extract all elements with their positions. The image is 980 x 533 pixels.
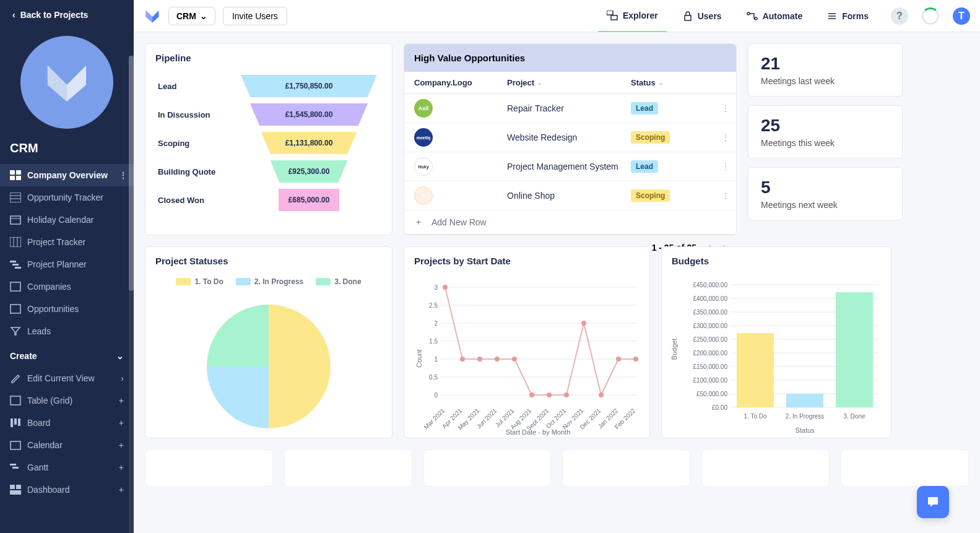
company-logo: ✦ <box>414 186 433 205</box>
more-icon[interactable]: ⋮ <box>119 170 128 180</box>
create-edit-current-view[interactable]: Edit Current View › <box>0 367 134 389</box>
chevron-down-icon: ⌄ <box>200 11 207 21</box>
funnel-bar: £1,545,800.00 <box>250 103 368 126</box>
legend-swatch <box>316 278 331 285</box>
svg-text:2. In Progress: 2. In Progress <box>786 413 824 420</box>
card-title: Budgets <box>662 247 891 275</box>
nav-label: Companies <box>27 282 71 292</box>
explorer-icon <box>607 11 618 20</box>
topnav-explorer[interactable]: Explorer <box>598 0 667 32</box>
cell-project: Online Shop <box>507 191 631 201</box>
column-header-status[interactable]: Status ⌄ <box>631 78 693 87</box>
create-calendar[interactable]: Calendar + <box>0 434 134 456</box>
svg-text:£0.00: £0.00 <box>712 404 727 411</box>
funnel-bar: £1,750,850.00 <box>241 75 377 97</box>
create-board[interactable]: Board + <box>0 412 134 434</box>
back-to-projects-link[interactable]: ‹ Back to Projects <box>0 0 134 30</box>
svg-text:£400,000.00: £400,000.00 <box>693 295 727 302</box>
svg-point-57 <box>581 321 586 326</box>
invite-users-button[interactable]: Invite Users <box>223 7 287 25</box>
table-header: Company.Logo Project ⌄ Status ⌄ <box>404 72 736 94</box>
legend-label: 1. To Do <box>194 277 223 286</box>
svg-text:£350,000.00: £350,000.00 <box>693 309 727 316</box>
calendar-icon <box>10 215 21 225</box>
project-title: CRM <box>0 141 134 164</box>
column-header-project[interactable]: Project ⌄ <box>507 78 631 87</box>
create-label: Board <box>27 418 50 428</box>
grid-icon <box>10 237 21 247</box>
empty-card <box>562 449 690 487</box>
nav-label: Company Overview <box>27 170 108 180</box>
sidebar-item-companies[interactable]: Companies <box>0 275 134 298</box>
create-table[interactable]: Table (Grid) + <box>0 389 134 412</box>
card-title: High Value Opportunities <box>404 44 736 72</box>
nav-label: Project Tracker <box>27 237 85 247</box>
svg-point-53 <box>512 357 517 362</box>
filter-icon <box>10 326 21 336</box>
sidebar-item-leads[interactable]: Leads <box>0 320 134 342</box>
create-gantt[interactable]: Gantt + <box>0 456 134 479</box>
svg-rect-26 <box>10 490 21 495</box>
table-row[interactable]: meetiq Website Redesign Scoping ⋮ <box>404 123 736 152</box>
calendar-icon <box>10 440 21 450</box>
table-icon <box>10 282 21 292</box>
svg-rect-2 <box>10 176 15 180</box>
topnav-automate[interactable]: Automate <box>738 0 812 32</box>
project-logo <box>0 30 134 141</box>
sidebar-item-opportunities[interactable]: Opportunities <box>0 298 134 320</box>
create-section-toggle[interactable]: Create ⌄ <box>0 342 134 367</box>
plus-icon: + <box>119 440 124 450</box>
svg-rect-13 <box>12 264 19 266</box>
svg-rect-23 <box>12 467 19 469</box>
stat-card-last-week: 21 Meetings last week <box>748 43 903 97</box>
sidebar-item-holiday-calendar[interactable]: Holiday Calendar <box>0 209 134 231</box>
column-header-logo[interactable]: Company.Logo <box>414 78 507 87</box>
project-dropdown[interactable]: CRM ⌄ <box>168 7 215 25</box>
sort-icon: ⌄ <box>537 79 542 87</box>
sidebar-scrollbar[interactable] <box>129 56 134 533</box>
card-title: Project Statuses <box>145 247 392 275</box>
table-row[interactable]: Axil Repair Tracker Lead ⋮ <box>404 94 736 123</box>
forms-icon <box>827 11 837 21</box>
add-new-row-button[interactable]: ＋ Add New Row <box>404 210 736 234</box>
create-label: Calendar <box>27 440 63 450</box>
row-menu-icon[interactable]: ⋮ <box>721 162 730 171</box>
gantt-icon <box>10 462 21 472</box>
create-dashboard[interactable]: Dashboard + <box>0 479 134 501</box>
row-menu-icon[interactable]: ⋮ <box>721 191 730 201</box>
table-row[interactable]: ✦ Online Shop Scoping ⋮ <box>404 181 736 210</box>
svg-point-58 <box>599 392 604 397</box>
svg-point-49 <box>443 285 448 290</box>
user-avatar[interactable]: T <box>953 7 970 25</box>
sort-icon: ⌄ <box>658 79 664 87</box>
plus-icon: + <box>119 485 124 495</box>
help-button[interactable]: ? <box>891 7 908 25</box>
create-label: Table (Grid) <box>27 396 72 405</box>
sidebar-item-company-overview[interactable]: Company Overview ⋮ <box>0 164 134 186</box>
plus-icon: + <box>119 396 124 405</box>
dashboard: Pipeline Lead£1,750,850.00 In Discussion… <box>134 32 980 533</box>
svg-text:3. Done: 3. Done <box>843 413 865 420</box>
bar <box>786 394 823 407</box>
sidebar: ‹ Back to Projects CRM Company Overview … <box>0 0 134 533</box>
plus-icon: + <box>119 462 124 472</box>
company-logo: meetiq <box>414 128 433 147</box>
row-menu-icon[interactable]: ⋮ <box>721 103 730 113</box>
board-icon <box>10 418 21 428</box>
chat-button[interactable] <box>917 486 949 518</box>
legend-swatch <box>236 278 251 285</box>
cell-project: Website Redesign <box>507 132 631 142</box>
projects-by-date-card: Projects by Start Date Count 3 2.5 2 1.5… <box>404 246 650 438</box>
grid-icon <box>10 193 21 202</box>
add-row-label: Add New Row <box>431 217 487 227</box>
table-row[interactable]: Huky Project Management System Lead ⋮ <box>404 152 736 181</box>
row-menu-icon[interactable]: ⋮ <box>721 132 730 142</box>
sidebar-item-project-planner[interactable]: Project Planner <box>0 253 134 275</box>
brand-icon[interactable] <box>144 7 161 25</box>
topnav-users[interactable]: Users <box>674 0 731 32</box>
y-axis-label: Budget <box>672 339 678 360</box>
sidebar-item-opportunity-tracker[interactable]: Opportunity Tracker <box>0 186 134 209</box>
sidebar-item-project-tracker[interactable]: Project Tracker <box>0 231 134 253</box>
svg-rect-22 <box>10 464 16 466</box>
topnav-forms[interactable]: Forms <box>818 0 877 32</box>
